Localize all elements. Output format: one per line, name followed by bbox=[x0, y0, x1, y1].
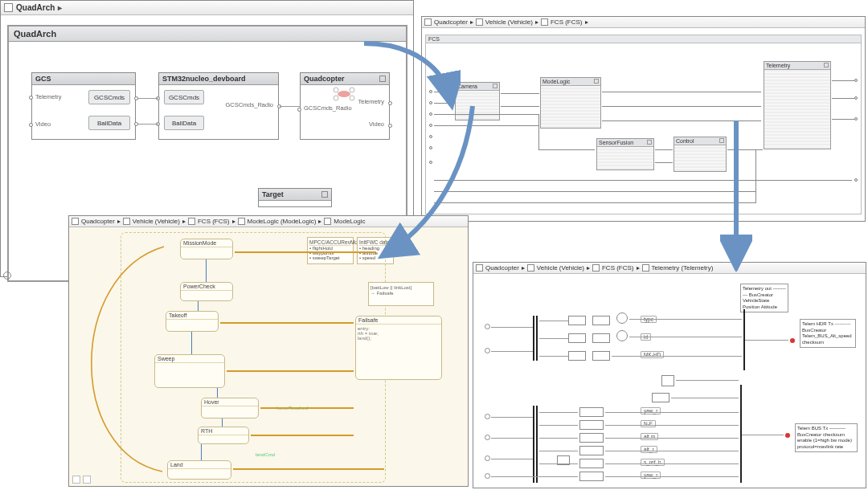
inport[interactable] bbox=[29, 96, 33, 100]
breadcrumb-item[interactable]: FCS (FCS) bbox=[602, 264, 634, 272]
const-block[interactable] bbox=[652, 393, 669, 402]
subblock[interactable]: BallData bbox=[164, 116, 204, 130]
inport[interactable] bbox=[429, 90, 432, 93]
subsystem-icon bbox=[527, 264, 534, 272]
inport[interactable] bbox=[29, 123, 33, 127]
signal-line bbox=[491, 351, 533, 352]
breadcrumb-item[interactable]: ModeLogic bbox=[334, 218, 365, 225]
fcs-canvas[interactable]: FCS Camera ModeLogic bbox=[422, 28, 865, 221]
canvas-footer-icons bbox=[72, 476, 91, 484]
outport[interactable] bbox=[854, 117, 858, 120]
outport[interactable] bbox=[388, 101, 392, 105]
inport[interactable] bbox=[485, 348, 490, 353]
inport[interactable] bbox=[485, 473, 490, 479]
breadcrumb-item[interactable]: Telemetry (Telemetry) bbox=[652, 264, 714, 272]
block-quadcopter[interactable]: Quadcopter GCSCmds_Radio Te bbox=[300, 72, 390, 140]
expand-icon[interactable] bbox=[321, 191, 328, 198]
breadcrumb-item[interactable]: Vehicle (Vehicle) bbox=[133, 218, 180, 225]
block-control[interactable]: Control bbox=[674, 137, 727, 172]
breadcrumb-item[interactable]: Quadcopter bbox=[81, 218, 115, 225]
inport[interactable] bbox=[429, 124, 432, 127]
gain-block[interactable] bbox=[579, 459, 604, 468]
sum-block[interactable] bbox=[616, 330, 628, 341]
expand-icon[interactable] bbox=[719, 138, 724, 143]
breadcrumb-item[interactable]: Quadcopter bbox=[485, 264, 519, 272]
inport[interactable] bbox=[429, 101, 432, 104]
subblock-balldata[interactable]: BallData bbox=[88, 116, 130, 130]
expand-icon[interactable] bbox=[379, 76, 386, 82]
sum-block[interactable] bbox=[616, 312, 628, 324]
bus-creator[interactable] bbox=[740, 385, 742, 483]
inport[interactable] bbox=[485, 324, 490, 329]
inport[interactable] bbox=[429, 112, 432, 116]
breadcrumb-item[interactable]: QuadArch bbox=[16, 3, 55, 12]
signal-line bbox=[742, 435, 784, 435]
bus-selector[interactable] bbox=[536, 406, 538, 483]
goto-tag[interactable]: alt m bbox=[641, 433, 658, 440]
block-target[interactable]: Target bbox=[258, 188, 332, 207]
fcs-breadcrumb: Quadcopter▸ Vehicle (Vehicle)▸ FCS (FCS)… bbox=[422, 17, 865, 28]
gain-block[interactable] bbox=[592, 333, 610, 343]
stateflow-canvas[interactable]: MPCC/ACCURevMode • flightHold• waypoints… bbox=[69, 227, 468, 486]
zoom-icon[interactable] bbox=[72, 476, 80, 484]
inport[interactable] bbox=[429, 135, 432, 138]
inport[interactable] bbox=[297, 108, 301, 112]
block-sensorfusion[interactable]: SensorFusion bbox=[596, 138, 654, 170]
fit-icon[interactable] bbox=[83, 476, 91, 484]
gain-block[interactable] bbox=[592, 316, 610, 325]
gain-block[interactable] bbox=[568, 351, 586, 361]
outport[interactable] bbox=[854, 96, 858, 100]
gain-block[interactable] bbox=[579, 433, 604, 443]
goto-tag[interactable]: s_ref_h bbox=[641, 459, 665, 466]
subblock[interactable]: GCSCmds bbox=[164, 90, 204, 104]
gain-block[interactable] bbox=[579, 446, 604, 455]
state[interactable]: PowerCheck bbox=[180, 282, 233, 301]
transition bbox=[227, 370, 354, 372]
inport[interactable] bbox=[429, 146, 432, 149]
inport[interactable] bbox=[485, 414, 490, 419]
goto-tag[interactable]: N-E bbox=[641, 420, 656, 427]
breadcrumb-item[interactable]: ModeLogic (ModeLogic) bbox=[248, 218, 317, 225]
subsystem-icon bbox=[123, 218, 130, 225]
inport[interactable] bbox=[429, 161, 432, 164]
block-gcs[interactable]: GCS Telemetry Video GCSCmds BallData bbox=[31, 72, 136, 140]
gain-block[interactable] bbox=[592, 351, 610, 361]
gain-block[interactable] bbox=[579, 420, 604, 430]
breadcrumb-item[interactable]: Quadcopter bbox=[434, 18, 468, 26]
inport[interactable] bbox=[485, 435, 490, 440]
telemetry-canvas[interactable]: Telemetry out ----------- BusCreator Veh… bbox=[473, 274, 866, 488]
breadcrumb-item[interactable]: Vehicle (Vehicle) bbox=[537, 264, 584, 272]
outport[interactable] bbox=[854, 79, 858, 82]
goto-tag[interactable]: yaw_r bbox=[641, 407, 661, 414]
goto-tag[interactable]: MK-HD bbox=[641, 351, 664, 358]
svg-point-0 bbox=[338, 91, 350, 97]
gain-block[interactable] bbox=[568, 316, 586, 325]
expand-icon[interactable] bbox=[647, 140, 652, 145]
block-devboard[interactable]: STM32nucleo_devboard GCSCmds BallData GC… bbox=[158, 72, 279, 140]
bus-selector[interactable] bbox=[533, 316, 534, 361]
breadcrumb-item[interactable]: Vehicle (Vehicle) bbox=[485, 18, 533, 26]
bus-selector[interactable] bbox=[533, 406, 534, 483]
outport[interactable] bbox=[854, 178, 858, 182]
delay-block[interactable] bbox=[661, 375, 674, 386]
goto-tag[interactable]: alt_r bbox=[641, 446, 657, 453]
goto-tag[interactable]: yaw_r bbox=[641, 472, 661, 479]
state[interactable]: MissionMode bbox=[180, 239, 233, 259]
block-modelogic[interactable]: ModeLogic bbox=[540, 77, 601, 129]
expand-icon[interactable] bbox=[493, 84, 497, 88]
gain-block[interactable] bbox=[568, 333, 586, 343]
state[interactable]: RTH bbox=[198, 427, 249, 444]
breadcrumb-item[interactable]: FCS (FCS) bbox=[198, 218, 230, 225]
gain-block[interactable] bbox=[579, 472, 604, 481]
state[interactable]: Hover bbox=[201, 398, 259, 419]
inport[interactable] bbox=[485, 455, 490, 461]
gain-block[interactable] bbox=[579, 407, 604, 417]
expand-icon[interactable] bbox=[824, 63, 829, 67]
bus-selector[interactable] bbox=[536, 316, 538, 361]
state[interactable]: Failsafe entry:rth = true;land(); bbox=[355, 316, 442, 380]
outport[interactable] bbox=[388, 124, 392, 128]
subblock-gcscmds[interactable]: GCSCmds bbox=[88, 90, 130, 104]
expand-icon[interactable] bbox=[594, 79, 599, 84]
block-telemetry[interactable]: Telemetry bbox=[764, 61, 831, 149]
breadcrumb-item[interactable]: FCS (FCS) bbox=[551, 18, 583, 26]
